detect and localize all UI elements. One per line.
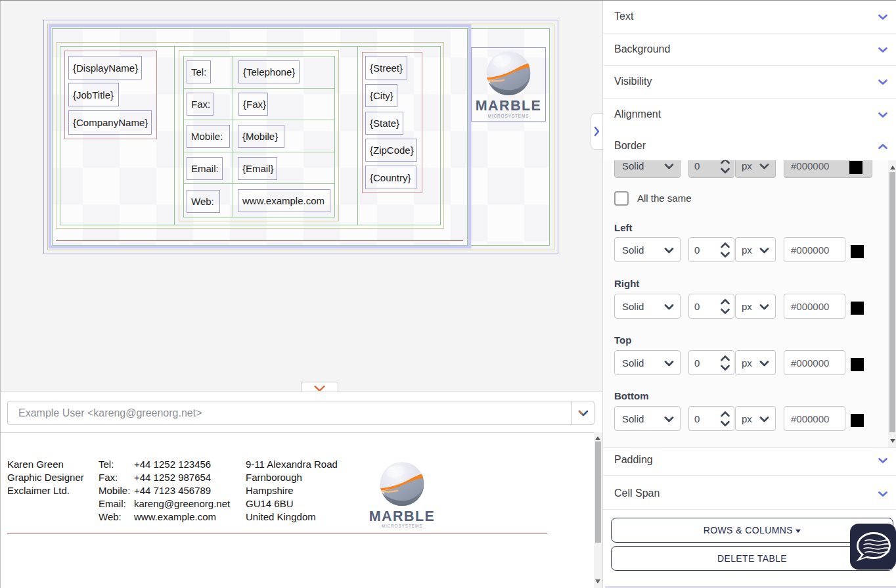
svg-text:MICROSYSTEMS: MICROSYSTEMS <box>488 114 529 118</box>
svg-text:MARBLE: MARBLE <box>369 509 435 524</box>
svg-text:MICROSYSTEMS: MICROSYSTEMS <box>382 524 423 528</box>
svg-text:MARBLE: MARBLE <box>476 98 541 114</box>
